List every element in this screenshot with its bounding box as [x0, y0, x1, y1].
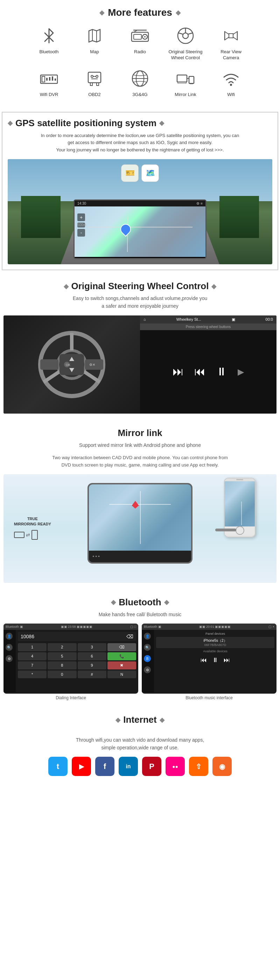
key-7[interactable]: 7: [18, 662, 47, 670]
mirror-image-area: TRUE MIRRORING READY ⇄ ● ● ●: [3, 474, 277, 583]
play-pause-btn[interactable]: ⏸: [212, 657, 218, 664]
more-features-section: ◆ More features ◆ Bluetooth Map: [0, 0, 280, 108]
features-row-2: Wifi DVR OBD2: [3, 68, 277, 98]
flickr-icon[interactable]: ●●: [166, 757, 185, 776]
steering-label: Original SteeringWheel Control: [169, 49, 202, 61]
settings-icon-bt: ⚙: [6, 655, 13, 662]
key-6[interactable]: 6: [78, 652, 106, 660]
bt-dialing-caption: Dialing Interface: [3, 695, 138, 700]
bt-music-container: Bluetooth ▣ ▣▣ 20:01 ▣▣▣▣▣ ▢ × 👤 🔍 B ⚙ P…: [142, 624, 277, 700]
social-icons-row: t ▶ f in P ●● ⇧ ◉: [3, 757, 277, 776]
bt-subtitle: Make hands free call/ Buletooth music: [3, 611, 277, 618]
wheel-container: OK ⚙✕: [37, 329, 107, 399]
next-btn[interactable]: ⏭: [224, 657, 230, 664]
phone-speaker: [225, 479, 255, 481]
key-del[interactable]: ⌫: [108, 643, 136, 651]
map-icon: [86, 25, 103, 46]
music-settings-icon: ⚙: [144, 666, 151, 673]
feature-rear-camera: Rear View Camera: [214, 25, 248, 61]
feature-radio: Radio: [122, 25, 158, 61]
zoom-controls: + 500m -: [78, 213, 85, 237]
zoom-scale: 500m: [78, 223, 85, 228]
mirroring-label: TRUE MIRRORING READY: [14, 516, 51, 527]
pinterest-icon[interactable]: P: [142, 757, 161, 776]
speaker-bar: [236, 479, 243, 480]
features-row-1: Bluetooth Map: [3, 25, 277, 61]
svg-text:⚙✕: ⚙✕: [89, 363, 95, 367]
play-btn[interactable]: ▶: [238, 367, 244, 377]
map-line-v: [140, 491, 141, 544]
key-9[interactable]: 9: [78, 662, 106, 670]
bluetooth-label: Bluetooth: [40, 49, 59, 55]
tree-right: [220, 196, 259, 238]
gps-screen: 14:30 ⚙ ≡ + 500m -: [73, 199, 207, 259]
key-0[interactable]: 0: [47, 670, 76, 678]
next-track-btn[interactable]: ⏭: [172, 365, 184, 378]
backspace-icon[interactable]: ⌫: [127, 634, 133, 639]
facebook-icon[interactable]: f: [95, 757, 114, 776]
rear-camera-label: Rear View Camera: [214, 49, 248, 61]
mirror-subtitle: Support wired mirror link with Android p…: [3, 441, 277, 449]
zoom-in[interactable]: +: [78, 213, 85, 221]
svg-point-28: [230, 84, 232, 86]
panel-label: Panel devices: [156, 632, 274, 635]
pause-btn[interactable]: ⏸: [216, 365, 227, 378]
app-icons: 🎫 🗺️: [121, 164, 159, 182]
music-contact-icon: 👤: [144, 633, 151, 640]
true-mirroring-badge: TRUE MIRRORING READY ⇄: [14, 516, 51, 540]
rss-icon[interactable]: ◉: [212, 757, 232, 776]
bt-music-body: 👤 🔍 B ⚙ Panel devices iPhone5s（2） 06F7B/…: [142, 630, 277, 692]
gps-image-container: 🎫 🗺️ 14:30 ⚙ ≡ +: [8, 159, 272, 264]
car-screen-footer: ● ● ●: [89, 550, 191, 562]
steering-section-title: ◆ Original Steering Wheel Control ◆: [3, 281, 277, 292]
linkedin-icon[interactable]: in: [119, 757, 138, 776]
zoom-out[interactable]: -: [78, 229, 85, 237]
prev-track-btn[interactable]: ⏮: [194, 365, 206, 378]
steering-icon: [176, 25, 195, 46]
wifi-icon: [222, 68, 240, 89]
obd2-label: OBD2: [88, 92, 100, 98]
tree-left: [21, 196, 60, 238]
svg-rect-12: [55, 78, 56, 81]
key-4[interactable]: 4: [18, 652, 47, 660]
bt-dialing-screenshot: Bluetooth ▣ ▣▣ 23:58 ▣▣▣▣▣ ▢ □ 👤 🔍 ⚙ 100…: [3, 624, 138, 694]
available-devices-label: Available devices: [156, 649, 274, 653]
feature-steering: Original SteeringWheel Control: [168, 25, 203, 61]
key-star[interactable]: *: [18, 670, 47, 678]
search-icon-bt: 🔍: [6, 644, 13, 651]
feature-3g4g: 3G&4G: [122, 68, 158, 98]
youtube-icon[interactable]: ▶: [72, 757, 91, 776]
bt-screenshots: Bluetooth ▣ ▣▣ 23:58 ▣▣▣▣▣ ▢ □ 👤 🔍 ⚙ 100…: [3, 624, 277, 700]
music-search-icon: 🔍: [144, 644, 151, 651]
prev-btn[interactable]: ⏮: [201, 657, 207, 664]
key-hash[interactable]: #: [78, 670, 106, 678]
key-n[interactable]: N: [108, 670, 136, 678]
twitter-icon[interactable]: t: [48, 757, 68, 776]
steering-image: OK ⚙✕ ⌂ Wheelkey St... ▣ 00:0: [3, 315, 277, 414]
diamond-left-icon: ◆: [100, 9, 104, 16]
key-8[interactable]: 8: [47, 662, 76, 670]
home-button[interactable]: [236, 526, 244, 535]
key-3[interactable]: 3: [78, 643, 106, 651]
key-5[interactable]: 5: [47, 652, 76, 660]
bt-number-display: 10086 ⌫: [18, 632, 136, 641]
gps-screen-header: 14:30 ⚙ ≡: [74, 200, 206, 207]
steering-subtitle: Easy to switch songs,channels and adiust…: [3, 294, 277, 310]
key-call[interactable]: 📞: [108, 652, 136, 660]
steering-app-header: ⌂ Wheelkey St... ▣ 00:0: [140, 315, 277, 323]
key-1[interactable]: 1: [18, 643, 47, 651]
mirror-link-section: Mirror link Support wired mirror link wi…: [0, 421, 280, 590]
share-icon[interactable]: ⇧: [189, 757, 208, 776]
mirror-arrows: ⇄: [14, 530, 51, 540]
bt-music-caption: Bluetooth music interface: [142, 695, 277, 700]
bt-music-content: Panel devices iPhone5s（2） 06F7B/BA807D A…: [154, 630, 277, 692]
bluetooth-section: ◆ Bluetooth ◆ Make hands free call/ Bule…: [0, 590, 280, 707]
device-name: iPhone5s（2）: [158, 638, 273, 643]
car-screen-device: ● ● ●: [87, 483, 193, 563]
key-hangup[interactable]: ✖: [108, 662, 136, 670]
svg-rect-11: [52, 76, 53, 81]
svg-rect-26: [190, 83, 193, 84]
svg-text:OK: OK: [66, 363, 70, 367]
mirror-section-title: Mirror link: [3, 428, 277, 439]
key-2[interactable]: 2: [47, 643, 76, 651]
